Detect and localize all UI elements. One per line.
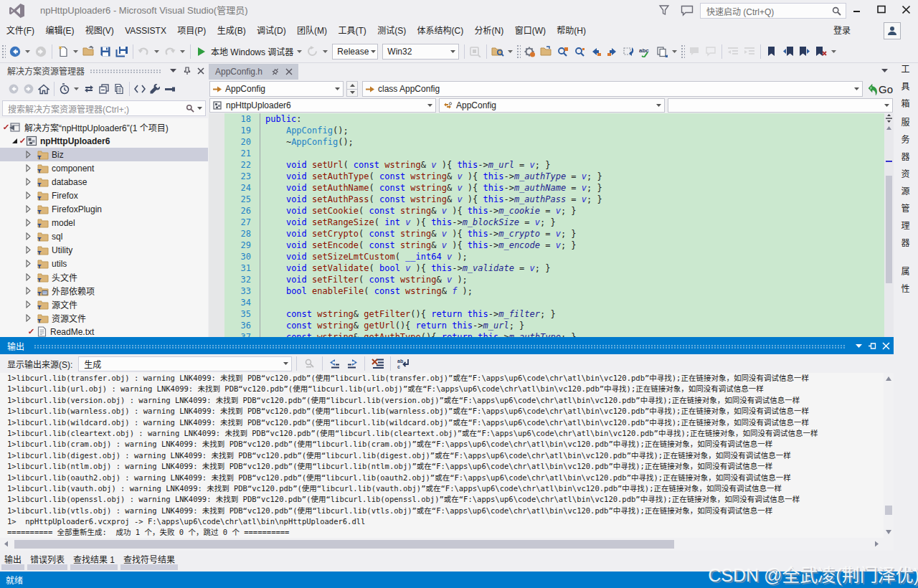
tree-item-database[interactable]: database (0, 175, 208, 189)
expander-collapsed-icon[interactable] (26, 246, 33, 253)
chevron-down-icon[interactable] (332, 82, 343, 96)
dropdown-chevron-icon[interactable] (152, 42, 161, 61)
sign-in-link[interactable]: 登录 (829, 22, 855, 40)
tree-item-utils[interactable]: utils (0, 257, 208, 270)
vax-spinner[interactable] (346, 81, 358, 97)
scroll-left-icon[interactable] (2, 539, 9, 549)
pin-icon[interactable] (271, 67, 280, 76)
uncomment-icon[interactable] (702, 42, 719, 61)
va-spell-check-icon[interactable]: abc (637, 42, 653, 61)
dropdown-chevron-icon[interactable] (321, 42, 330, 61)
va-open-file-icon[interactable] (538, 42, 554, 61)
bottom-tab-4[interactable]: 查找符号结果 (119, 551, 179, 572)
window-minimize-button[interactable] (845, 0, 869, 19)
tree-item--[interactable]: 头文件 (0, 270, 208, 284)
dropdown-chevron-icon[interactable] (295, 42, 304, 61)
bookmark-prev-icon[interactable] (780, 42, 796, 61)
menu-item-6[interactable]: 生成(B) (212, 22, 251, 40)
right-tab-3[interactable]: 属性 (899, 267, 911, 301)
scroll-thumb[interactable] (885, 506, 892, 515)
close-icon[interactable] (285, 68, 293, 75)
menu-item-3[interactable]: 视图(V) (80, 22, 119, 40)
right-tab-2[interactable]: 服务器资源管理器 (899, 118, 911, 255)
close-icon[interactable] (880, 341, 892, 351)
bookmark-toggle-icon[interactable] (763, 42, 780, 61)
attach-process-icon[interactable] (467, 42, 483, 61)
vax-member-combo[interactable]: class AppConfig (362, 81, 863, 97)
va-nav-forward-icon[interactable] (604, 42, 620, 61)
expander-collapsed-icon[interactable] (26, 260, 33, 267)
va-options-icon[interactable] (521, 42, 538, 61)
solution-explorer-title-bar[interactable]: 解决方案资源管理器 (0, 63, 208, 78)
window-position-menu-icon[interactable] (853, 341, 865, 351)
se-back-icon[interactable] (6, 80, 21, 98)
tree-item-component[interactable]: component (0, 161, 208, 175)
chevron-down-icon[interactable] (653, 99, 664, 112)
expander-collapsed-icon[interactable] (26, 273, 33, 280)
se-view-code-icon[interactable] (132, 80, 147, 98)
output-log[interactable]: 1>libcurl.lib(transfer.obj) : warning LN… (0, 373, 884, 538)
chevron-down-icon[interactable] (194, 101, 205, 115)
scroll-right-icon[interactable] (874, 539, 881, 549)
va-find-symbol-icon[interactable] (554, 42, 571, 61)
window-close-button[interactable] (894, 0, 918, 19)
save-all-icon[interactable] (113, 42, 130, 61)
chevron-down-icon[interactable] (369, 44, 377, 59)
output-title-bar[interactable]: 输出 (0, 337, 894, 354)
expander-collapsed-icon[interactable] (26, 219, 33, 226)
document-tab[interactable]: AppConfig.h (209, 64, 298, 80)
menu-item-4[interactable]: VASSISTX (119, 22, 171, 40)
tree-item--[interactable]: 源文件 (0, 298, 208, 311)
tree-item--[interactable]: 资源文件 (0, 311, 208, 325)
menu-item-1[interactable]: 文件(F) (1, 22, 40, 40)
window-position-menu-icon[interactable] (167, 65, 179, 76)
expander-collapsed-icon[interactable] (26, 178, 33, 185)
va-nav-back-icon[interactable] (587, 42, 604, 61)
tree-item-biz[interactable]: Biz (0, 148, 208, 161)
menu-item-13[interactable]: 窗口(W) (509, 22, 552, 40)
se-collapse-all-icon[interactable] (96, 80, 111, 98)
chevron-down-icon[interactable] (448, 44, 458, 59)
menu-item-10[interactable]: 测试(S) (372, 22, 412, 40)
se-show-all-files-icon[interactable] (111, 80, 126, 98)
tree-item-firefoxplugin[interactable]: FirefoxPlugin (0, 202, 208, 216)
undo-icon[interactable] (136, 42, 152, 61)
output-source-combo[interactable]: 生成 (78, 356, 292, 371)
pin-icon[interactable] (866, 341, 879, 351)
find-in-files-icon[interactable] (489, 42, 506, 61)
se-home-icon[interactable] (36, 80, 51, 98)
se-preview-icon[interactable] (162, 80, 177, 98)
comment-icon[interactable] (686, 42, 702, 61)
scroll-down-icon[interactable] (884, 528, 893, 536)
tree-item-model[interactable]: model (0, 216, 208, 229)
bottom-tab-1[interactable]: 输出 (0, 551, 26, 572)
save-icon[interactable] (97, 42, 113, 61)
dropdown-chevron-icon[interactable] (506, 42, 515, 61)
va-refactor-icon[interactable] (620, 42, 637, 61)
menu-item-8[interactable]: 团队(M) (291, 22, 332, 40)
word-wrap-icon[interactable]: abc (395, 354, 412, 373)
chevron-down-icon[interactable] (280, 357, 291, 371)
indent-decrease-icon[interactable] (724, 42, 741, 61)
scroll-thumb[interactable] (14, 540, 674, 549)
next-message-icon[interactable] (344, 354, 360, 373)
expander-collapsed-icon[interactable] (26, 232, 33, 240)
tree-item-firefox[interactable]: Firefox (0, 189, 208, 202)
dropdown-chevron-icon[interactable] (71, 42, 80, 61)
scroll-up-icon[interactable] (884, 375, 893, 382)
configuration-combo[interactable]: Release (332, 44, 378, 60)
tree-item--nphttpuploader6-1-[interactable]: ✓解决方案“npHttpUploader6”(1 个项目) (0, 120, 208, 134)
menu-item-12[interactable]: 分析(N) (469, 22, 509, 40)
dropdown-chevron-icon[interactable] (829, 42, 838, 61)
tab-list-chevron-icon[interactable] (881, 69, 888, 72)
clear-all-icon[interactable] (369, 354, 386, 373)
se-forward-icon[interactable] (21, 80, 36, 98)
tree-item-readme-txt[interactable]: ✓ReadMe.txt (0, 325, 208, 337)
spin-down-icon[interactable] (346, 90, 358, 98)
chevron-down-icon[interactable] (851, 82, 862, 96)
nav-type-combo[interactable]: AppConfig (439, 98, 665, 113)
bottom-tab-2[interactable]: 错误列表 (26, 551, 69, 572)
expander-collapsed-icon[interactable] (26, 191, 33, 199)
expander-collapsed-icon[interactable] (26, 205, 33, 212)
nav-project-combo[interactable]: npHttpUploader6 (209, 98, 436, 113)
